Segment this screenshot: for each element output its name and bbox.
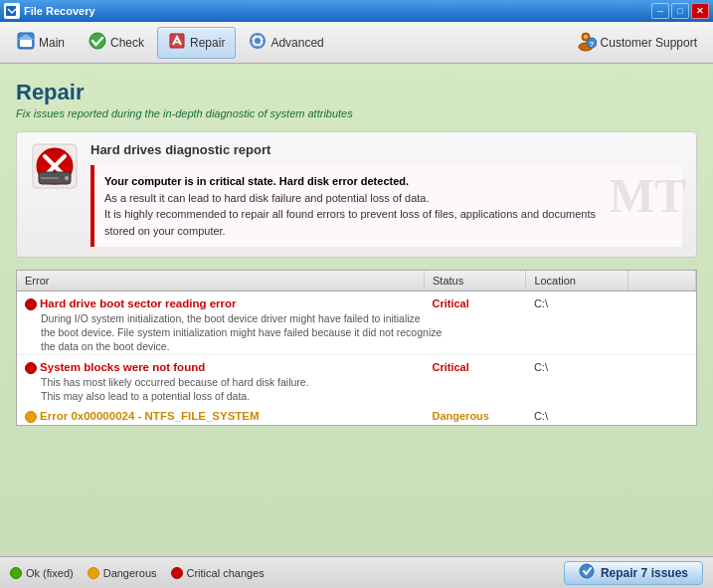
toolbar: Main Check Repair: [0, 22, 713, 64]
status-bar: Ok (fixed) Dangerous Critical changes Re…: [0, 556, 713, 588]
app-icon: [4, 3, 20, 19]
table-row-desc: This has most likely occurred because of…: [17, 376, 696, 390]
scroll-header: [627, 271, 695, 292]
status-dot: [25, 411, 37, 423]
repair-btn-icon: [579, 563, 595, 582]
svg-rect-2: [20, 39, 32, 47]
alert-content: Hard drives diagnostic report Your compu…: [90, 142, 682, 247]
error-status: Critical: [425, 292, 526, 313]
table-row: Error 0x00000024 - NTFS_FILE_SYSTEMDange…: [17, 404, 696, 425]
content-area: Repair Fix issues reported during the in…: [0, 64, 713, 556]
legend-critical: Critical changes: [171, 567, 265, 579]
col-error: Error: [17, 271, 425, 292]
tab-check[interactable]: Check: [78, 27, 155, 59]
error-status: Dangerous: [425, 404, 526, 425]
main-label: Main: [39, 36, 65, 50]
tab-repair[interactable]: Repair: [157, 27, 236, 59]
title-bar: File Recovery ─ □ ✕: [0, 0, 713, 22]
table-row: Hard drive boot sector reading errorCrit…: [17, 292, 696, 313]
svg-text:?: ?: [589, 40, 594, 49]
error-status: Critical: [425, 355, 526, 377]
repair-icon: [168, 32, 186, 53]
error-name: System blocks were not found: [40, 361, 205, 373]
table-row-desc: the boot device. File system initializat…: [17, 326, 696, 340]
error-name: Hard drive boot sector reading error: [40, 297, 236, 309]
error-table: Error Status Location Hard drive boot se…: [17, 271, 696, 425]
minimize-button[interactable]: ─: [651, 3, 669, 19]
error-location: C:\: [526, 404, 627, 425]
table-header-row: Error Status Location: [17, 271, 696, 292]
repair-label: Repair: [190, 36, 225, 50]
legend-ok: Ok (fixed): [10, 567, 74, 579]
window-title: File Recovery: [24, 5, 95, 17]
alert-message: Your computer is in critical state. Hard…: [90, 165, 682, 247]
alert-message-bold: Your computer is in critical state. Hard…: [104, 175, 409, 187]
dot-yellow: [88, 567, 99, 579]
error-table-container: Error Status Location Hard drive boot se…: [16, 270, 697, 426]
dot-red: [171, 567, 183, 579]
status-legend: Ok (fixed) Dangerous Critical changes: [10, 567, 265, 579]
col-status: Status: [425, 271, 526, 292]
error-location: C:\: [526, 292, 627, 313]
alert-box: Hard drives diagnostic report Your compu…: [16, 131, 697, 258]
table-row-desc: the data on the boot device.: [17, 340, 696, 355]
status-dot: [25, 298, 37, 310]
svg-point-26: [580, 564, 594, 578]
error-name: Error 0x00000024 - NTFS_FILE_SYSTEM: [40, 410, 260, 422]
watermark: MT: [610, 167, 686, 222]
main-icon: [17, 32, 35, 53]
alert-message-line1: As a result it can lead to hard disk fai…: [104, 190, 672, 207]
advanced-label: Advanced: [270, 36, 323, 50]
legend-dangerous-label: Dangerous: [103, 567, 157, 579]
page-subtitle: Fix issues reported during the in-depth …: [16, 107, 697, 119]
window-controls[interactable]: ─ □ ✕: [651, 3, 709, 19]
support-icon: ?: [575, 30, 597, 55]
check-label: Check: [110, 36, 144, 50]
col-location: Location: [526, 271, 627, 292]
alert-message-line2: It is highly recommended to repair all f…: [104, 206, 672, 223]
support-label: Customer Support: [601, 36, 697, 50]
legend-critical-label: Critical changes: [187, 567, 265, 579]
svg-point-14: [584, 35, 588, 39]
table-row-desc: During I/O system initialization, the bo…: [17, 312, 696, 326]
legend-ok-label: Ok (fixed): [26, 567, 74, 579]
customer-support-button[interactable]: ? Customer Support: [565, 26, 707, 59]
page-title: Repair: [16, 80, 697, 105]
dot-green: [10, 567, 22, 579]
advanced-icon: [249, 32, 267, 53]
alert-icon: [31, 142, 79, 190]
check-icon: [89, 32, 106, 53]
svg-point-8: [255, 38, 261, 44]
repair-issues-button[interactable]: Repair 7 issues: [564, 561, 703, 585]
maximize-button[interactable]: □: [671, 3, 689, 19]
repair-btn-label: Repair 7 issues: [601, 566, 688, 580]
status-dot: [25, 362, 37, 374]
close-button[interactable]: ✕: [691, 3, 709, 19]
alert-message-line3: stored on your computer.: [104, 223, 672, 240]
tab-main[interactable]: Main: [6, 27, 76, 59]
svg-point-24: [65, 176, 69, 180]
tab-advanced[interactable]: Advanced: [238, 27, 334, 59]
table-row: System blocks were not foundCriticalC:\: [17, 355, 696, 377]
legend-dangerous: Dangerous: [88, 567, 157, 579]
alert-title: Hard drives diagnostic report: [90, 142, 682, 157]
svg-rect-22: [37, 164, 49, 168]
table-row-desc: This may also lead to a potential loss o…: [17, 390, 696, 404]
error-location: C:\: [526, 355, 627, 377]
